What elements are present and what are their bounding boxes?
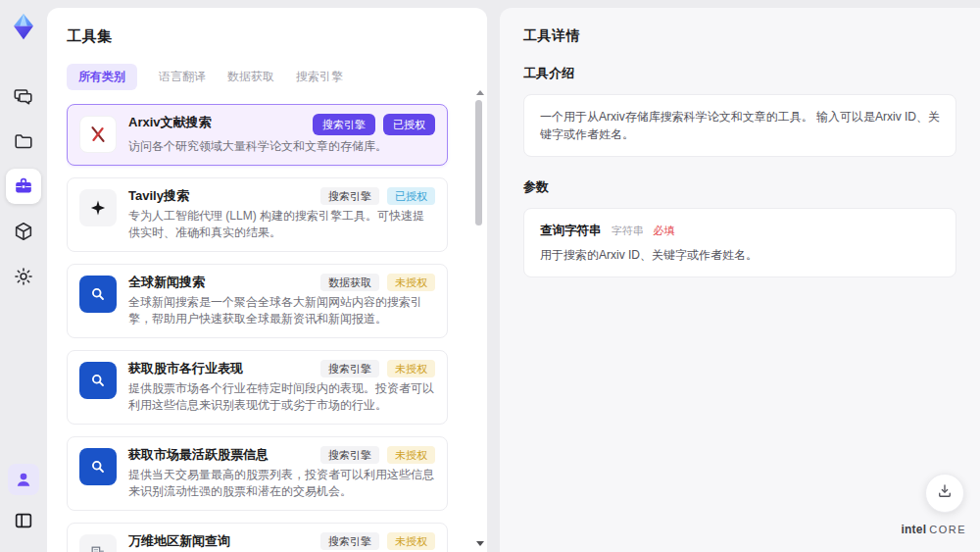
blue-search-logo-icon [79, 276, 117, 313]
category-badge: 搜索引擎 [313, 114, 375, 135]
tavily-star-icon [79, 189, 117, 226]
list-scrollbar[interactable] [474, 88, 484, 548]
package-cube-icon [13, 221, 34, 242]
tool-name: Tavily搜索 [128, 187, 189, 205]
nav-files-button[interactable] [6, 124, 41, 159]
param-name: 查询字符串 [540, 224, 602, 237]
nav-chat-button[interactable] [6, 78, 41, 114]
user-avatar-icon [14, 470, 33, 489]
download-button[interactable] [925, 474, 964, 513]
folder-icon [13, 130, 34, 152]
scroll-down-arrow-icon[interactable] [476, 541, 484, 546]
nav-settings-button[interactable] [6, 259, 41, 294]
scrollbar-thumb[interactable] [475, 100, 482, 226]
category-badge: 搜索引擎 [320, 187, 379, 205]
param-card: 查询字符串 字符串 必填 用于搜索的Arxiv ID、关键字或作者姓名。 [523, 208, 956, 277]
tool-description: 专为人工智能代理 (LLM) 构建的搜索引擎工具。可快速提供实时、准确和真实的结… [128, 208, 435, 241]
intro-text: 一个用于从Arxiv存储库搜索科学论文和文章的工具。 输入可以是Arxiv ID… [540, 110, 940, 141]
gear-icon [13, 266, 34, 287]
intro-card: 一个用于从Arxiv存储库搜索科学论文和文章的工具。 输入可以是Arxiv ID… [523, 94, 956, 157]
collapse-panel-icon [13, 510, 34, 531]
blue-search-logo-icon [79, 362, 117, 399]
app-logo-icon [9, 12, 38, 41]
status-badge: 未授权 [387, 446, 435, 464]
category-badge: 搜索引擎 [320, 446, 379, 464]
tool-card-active-stocks[interactable]: 获取市场最活跃股票信息 搜索引擎 未授权 提供当天交易量最高的股票列表，投资者可… [67, 436, 448, 511]
arxiv-logo-icon [79, 116, 117, 153]
tool-name: 万维地区新闻查询 [128, 532, 230, 550]
tool-card-global-news[interactable]: 全球新闻搜索 数据获取 未授权 全球新闻搜索是一个聚合全球各大新闻网站内容的搜索… [67, 264, 448, 338]
chat-icon [13, 85, 34, 107]
tool-name: Arxiv文献搜索 [128, 114, 212, 131]
category-tabs: 所有类别 语言翻译 数据获取 搜索引擎 [67, 64, 462, 90]
tool-card-stock-industry[interactable]: 获取股市各行业表现 搜索引擎 未授权 提供股票市场各个行业在特定时间段内的表现。… [67, 350, 448, 425]
tool-detail-panel: 工具详情 工具介绍 一个用于从Arxiv存储库搜索科学论文和文章的工具。 输入可… [500, 8, 980, 552]
scroll-up-arrow-icon[interactable] [476, 90, 484, 95]
blue-search-logo-icon [79, 448, 117, 485]
tool-card-regional-news[interactable]: 万维地区新闻查询 搜索引擎 未授权 查询具体行政区划内的新闻，快速了解各地新闻动 [67, 523, 448, 552]
tool-name: 全球新闻搜索 [128, 274, 205, 291]
app-window: 工具集 所有类别 语言翻译 数据获取 搜索引擎 [0, 0, 980, 552]
intel-core-logo: intel core [902, 523, 966, 536]
status-badge: 未授权 [387, 274, 435, 291]
category-badge: 数据获取 [320, 274, 379, 291]
tab-all-categories[interactable]: 所有类别 [67, 64, 137, 90]
brand-intel-text: intel [902, 523, 927, 536]
nav-packages-button[interactable] [6, 214, 41, 249]
status-badge: 未授权 [387, 532, 435, 550]
tool-name: 获取市场最活跃股票信息 [128, 446, 269, 464]
briefcase-icon [13, 176, 34, 197]
params-heading: 参数 [523, 178, 956, 196]
category-badge: 搜索引擎 [320, 360, 379, 377]
tool-description: 提供当天交易量最高的股票列表，投资者可以利用这些信息来识别流动性强的股票和潜在的… [128, 467, 435, 500]
intro-heading: 工具介绍 [523, 65, 956, 82]
news-building-logo-icon [79, 534, 117, 552]
status-badge: 已授权 [387, 187, 435, 205]
brand-core-text: core [929, 524, 966, 535]
sidebar-rail [0, 0, 47, 552]
tool-card-tavily[interactable]: Tavily搜索 搜索引擎 已授权 专为人工智能代理 (LLM) 构建的搜索引擎… [67, 177, 448, 252]
tab-language-translation[interactable]: 语言翻译 [159, 64, 206, 90]
tab-search-engine[interactable]: 搜索引擎 [296, 64, 343, 90]
tool-card-arxiv[interactable]: Arxiv文献搜索 搜索引擎 已授权 访问各个研究领域大量科学论文和文章的存储库… [67, 104, 448, 166]
tool-list: Arxiv文献搜索 搜索引擎 已授权 访问各个研究领域大量科学论文和文章的存储库… [67, 104, 462, 552]
tool-name: 获取股市各行业表现 [128, 360, 243, 377]
tool-description: 全球新闻搜索是一个聚合全球各大新闻网站内容的搜索引擎，帮助用户快速获取全球最新资… [128, 294, 435, 327]
download-icon [936, 482, 954, 504]
status-badge: 未授权 [387, 360, 435, 377]
detail-title: 工具详情 [523, 27, 956, 45]
param-type: 字符串 [612, 225, 644, 236]
status-badge: 已授权 [383, 114, 435, 135]
tool-description: 提供股票市场各个行业在特定时间段内的表现。投资者可以利用这些信息来识别表现优于或… [128, 380, 435, 414]
category-badge: 搜索引擎 [320, 532, 379, 550]
tool-description: 访问各个研究领域大量科学论文和文章的存储库。 [128, 138, 435, 155]
tool-list-panel: 工具集 所有类别 语言翻译 数据获取 搜索引擎 [47, 8, 487, 552]
nav-tools-button[interactable] [6, 169, 41, 204]
tab-data-acquisition[interactable]: 数据获取 [227, 64, 274, 90]
page-title: 工具集 [67, 27, 462, 46]
collapse-sidebar-button[interactable] [6, 503, 41, 538]
param-description: 用于搜索的Arxiv ID、关键字或作者姓名。 [540, 246, 940, 264]
user-avatar-button[interactable] [8, 464, 39, 495]
param-required-flag: 必填 [653, 225, 674, 236]
